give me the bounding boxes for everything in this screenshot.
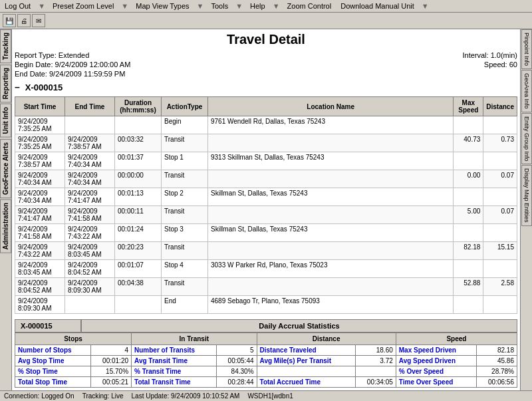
stats-label-cell: Avg Transit Time bbox=[132, 356, 216, 366]
toolbar-email[interactable]: ✉ bbox=[32, 14, 45, 27]
stats-value-cell: 82.18 bbox=[476, 345, 517, 356]
stats-label-cell: Avg Mile(s) Per Transit bbox=[257, 356, 355, 366]
cell-start: 9/24/20098:03:45 AM bbox=[15, 260, 65, 278]
cell-start: 9/24/20097:41:58 AM bbox=[15, 224, 65, 242]
cell-action: End bbox=[162, 296, 208, 314]
stats-label-cell: % Transit Time bbox=[132, 366, 216, 377]
status-connection: Connection: Logged On bbox=[4, 392, 74, 400]
cell-location bbox=[208, 134, 454, 152]
cell-start: 9/24/20097:35:25 AM bbox=[15, 116, 65, 134]
stats-row: Total Stop Time00:05:21Total Transit Tim… bbox=[15, 377, 517, 388]
cell-maxspeed bbox=[454, 224, 483, 242]
cell-action: Stop 3 bbox=[162, 224, 208, 242]
table-row: 9/24/20098:04:52 AM9/24/20098:09:30 AM00… bbox=[15, 278, 517, 296]
stats-label-cell: Avg Speed Driven bbox=[396, 356, 476, 366]
th-action-type: ActionType bbox=[162, 97, 208, 116]
cell-end: 9/24/20097:38:57 AM bbox=[65, 134, 115, 152]
speed-row: Speed: 60 bbox=[462, 61, 517, 68]
menu-map-view[interactable]: Map View Types bbox=[134, 1, 191, 11]
cell-action: Transit bbox=[162, 206, 208, 224]
cell-maxspeed: 0.00 bbox=[454, 170, 483, 188]
menu-logout[interactable]: Log Out bbox=[3, 1, 33, 11]
left-tab-unit-info[interactable]: Unit Info bbox=[0, 104, 11, 138]
right-tab-display-map[interactable]: Display Map Entities bbox=[521, 165, 532, 226]
cell-location bbox=[208, 278, 454, 296]
menu-download[interactable]: Download Manual Unit bbox=[338, 1, 416, 11]
begin-date-label: Begin Date: bbox=[15, 61, 53, 68]
table-row: 9/24/20097:40:34 AM9/24/20097:40:34 AM00… bbox=[15, 170, 517, 188]
left-tab-reporting[interactable]: Reporting bbox=[0, 65, 11, 102]
stats-value-cell: 5 bbox=[216, 345, 257, 356]
right-tab-entity-group[interactable]: Entity Group Info bbox=[521, 113, 532, 165]
cell-start: 9/24/20097:35:25 AM bbox=[15, 134, 65, 152]
toolbar-save[interactable]: 💾 bbox=[3, 14, 16, 27]
report-type-label: Report Type: bbox=[15, 51, 57, 59]
stats-value-cell: 00:05:21 bbox=[91, 377, 132, 388]
menu-help[interactable]: Help bbox=[248, 1, 267, 11]
begin-date-row: Begin Date: 9/24/2009 12:00:00 AM bbox=[15, 61, 130, 68]
stats-label-cell: % Stop Time bbox=[15, 366, 91, 377]
cell-location: 9313 Skillman St, Dallas, Texas 75243 bbox=[208, 152, 454, 170]
cell-start: 9/24/20097:40:34 AM bbox=[15, 188, 65, 206]
cell-distance: 15.15 bbox=[483, 242, 517, 260]
interval-label: Interval: bbox=[462, 51, 488, 59]
cell-start: 9/24/20097:43:22 AM bbox=[15, 242, 65, 260]
menu-preset-zoom[interactable]: Preset Zoom Level bbox=[51, 1, 116, 11]
cell-end: 9/24/20097:40:34 AM bbox=[65, 152, 115, 170]
report-type-row: Report Type: Extended bbox=[15, 51, 130, 59]
cell-action: Stop 2 bbox=[162, 188, 208, 206]
right-tab-geoarea[interactable]: GeoArea Info bbox=[521, 70, 532, 112]
cell-duration: 00:04:38 bbox=[115, 278, 162, 296]
content-wrapper: Tracking Reporting Unit Info GeoFence Al… bbox=[0, 29, 532, 390]
cell-location bbox=[208, 242, 454, 260]
table-row: 9/24/20097:35:25 AMBegin9761 Wendell Rd,… bbox=[15, 116, 517, 134]
stats-header-row: X-000015 Daily Accrual Statistics bbox=[15, 319, 517, 333]
cell-maxspeed: 82.18 bbox=[454, 242, 483, 260]
table-row: 9/24/20098:09:30 AMEnd4689 Sebago Tr, Pl… bbox=[15, 296, 517, 314]
left-tab-geofence[interactable]: GeoFence Alerts bbox=[0, 139, 11, 198]
cell-end bbox=[65, 296, 115, 314]
right-tab-pinpoint[interactable]: Pinpoint Info bbox=[521, 29, 532, 69]
cell-location: 4689 Sebago Tr, Plano, Texas 75093 bbox=[208, 296, 454, 314]
cell-maxspeed bbox=[454, 116, 483, 134]
status-last-update: Last Update: 9/24/2009 10:10:52 AM bbox=[132, 392, 240, 400]
cell-duration: 00:03:32 bbox=[115, 134, 162, 152]
th-location: Location Name bbox=[208, 97, 454, 116]
stats-value-cell: 00:28:44 bbox=[216, 377, 257, 388]
main-container: Log Out ▼ Preset Zoom Level ▼ Map View T… bbox=[0, 0, 532, 401]
report-type-value: Extended bbox=[59, 51, 89, 59]
stats-value-cell: 00:01:20 bbox=[91, 356, 132, 366]
cell-action: Transit bbox=[162, 242, 208, 260]
left-tab-admin[interactable]: Administration bbox=[0, 200, 11, 253]
unit-id: X-000015 bbox=[25, 82, 63, 92]
stats-col-stops: Stops bbox=[15, 333, 132, 345]
stats-value-cell: 28.78% bbox=[476, 366, 517, 377]
cell-distance: 0.07 bbox=[483, 206, 517, 224]
stats-unit-id: X-000015 bbox=[15, 319, 81, 333]
cell-maxspeed bbox=[454, 296, 483, 314]
stats-value-cell: 45.86 bbox=[476, 356, 517, 366]
begin-date-value: 9/24/2009 12:00:00 AM bbox=[55, 61, 131, 68]
stats-col-transit: In Transit bbox=[132, 333, 257, 345]
end-date-row: End Date: 9/24/2009 11:59:59 PM bbox=[15, 70, 130, 78]
cell-distance: 0.07 bbox=[483, 170, 517, 188]
stats-value-cell: 00:05:44 bbox=[216, 356, 257, 366]
page-title: Travel Detail bbox=[15, 32, 517, 47]
stats-label-cell bbox=[257, 366, 355, 377]
stats-row: % Stop Time15.70%% Transit Time84.30%% O… bbox=[15, 366, 517, 377]
stats-value-cell: 84.30% bbox=[216, 366, 257, 377]
cell-distance bbox=[483, 116, 517, 134]
speed-label: Speed: bbox=[484, 61, 507, 68]
stats-value-cell: 3.72 bbox=[355, 356, 396, 366]
menu-tools[interactable]: Tools bbox=[209, 1, 230, 11]
stats-label-cell: Number of Stops bbox=[15, 345, 91, 356]
cell-end bbox=[65, 116, 115, 134]
stats-row: Avg Stop Time00:01:20Avg Transit Time00:… bbox=[15, 356, 517, 366]
stats-label-cell: Max Speed Driven bbox=[396, 345, 476, 356]
left-tab-tracking[interactable]: Tracking bbox=[0, 29, 11, 63]
menu-zoom-control[interactable]: Zoom Control bbox=[285, 1, 334, 11]
toolbar-print[interactable]: 🖨 bbox=[17, 14, 31, 27]
table-row: 9/24/20097:35:25 AM9/24/20097:38:57 AM00… bbox=[15, 134, 517, 152]
cell-location: 3033 W Parker Rd, Plano, Texas 75023 bbox=[208, 260, 454, 278]
stats-value-cell bbox=[355, 366, 396, 377]
